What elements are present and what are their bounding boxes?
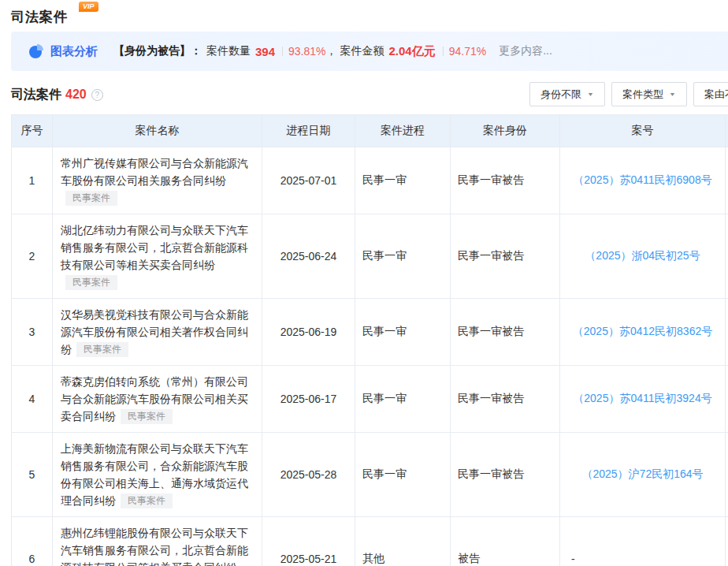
table-row: 4蒂森克虏伯转向系统（常州）有限公司与合众新能源汽车股份有限公司相关买卖合同纠纷… xyxy=(12,366,728,433)
case-identity: 民事一审被告 xyxy=(451,366,560,433)
process-date: 2025-06-24 xyxy=(262,214,355,299)
case-name-cell: 惠州亿纬锂能股份有限公司与众联天下汽车销售服务有限公司，北京哲合新能源科技有限公… xyxy=(53,517,262,566)
case-identity: 被告 xyxy=(451,517,560,566)
column-header: 进程日期 xyxy=(262,115,355,147)
case-count-percent: 93.81% xyxy=(288,45,325,58)
pie-chart-icon xyxy=(28,43,44,59)
divider xyxy=(282,47,283,56)
divider xyxy=(443,47,444,56)
case-type-tag: 民事案件 xyxy=(121,493,173,508)
clipped-cell xyxy=(726,299,728,366)
filter-button-3[interactable]: 案由不限 xyxy=(693,82,728,106)
process-date: 2025-06-17 xyxy=(262,366,355,433)
table-row: 2湖北亿纬动力有限公司与众联天下汽车销售服务有限公司，北京哲合新能源科技有限公司… xyxy=(12,214,728,299)
case-type-tag: 民事案件 xyxy=(65,191,117,206)
table-row: 6惠州亿纬锂能股份有限公司与众联天下汽车销售服务有限公司，北京哲合新能源科技有限… xyxy=(12,517,728,566)
case-number-cell: （2025）浙04民初25号 xyxy=(560,214,726,299)
case-index: 5 xyxy=(12,433,53,517)
case-process: 民事一审 xyxy=(355,147,451,214)
table-row: 5上海美新物流有限公司与众联天下汽车销售服务有限公司，合众新能源汽车股份有限公司… xyxy=(12,433,728,517)
case-count-value: 394 xyxy=(255,45,275,58)
case-process: 民事一审 xyxy=(355,433,451,517)
case-count-label: 案件数量 xyxy=(206,44,251,58)
clipped-cell xyxy=(726,214,728,299)
chart-analysis-banner: 图表分析 【身份为被告】： 案件数量 394 93.81% ， 案件金额 2.0… xyxy=(11,32,728,71)
case-type-tag: 民事案件 xyxy=(65,275,117,290)
clipped-cell xyxy=(726,147,728,214)
case-process: 民事一审 xyxy=(355,366,451,433)
column-header: 案件名称 xyxy=(53,115,262,147)
section-header: 司法案件 420 ? 身份不限▼案件类型▼案由不限 xyxy=(11,82,728,107)
column-header: 案件身份 xyxy=(451,115,560,147)
chart-analysis-link[interactable]: 图表分析 xyxy=(50,44,98,59)
case-type-tag: 民事案件 xyxy=(121,409,173,424)
case-amount-percent: 94.71% xyxy=(449,45,486,58)
case-process: 民事一审 xyxy=(355,214,451,299)
case-name-cell: 上海美新物流有限公司与众联天下汽车销售服务有限公司，合众新能源汽车股份有限公司相… xyxy=(53,433,262,517)
case-number-cell: - xyxy=(560,517,726,566)
identity-as-defendant-label: 【身份为被告】： xyxy=(113,44,202,58)
case-index: 2 xyxy=(12,214,53,299)
case-number-cell: （2025）苏0412民初8362号 xyxy=(560,299,726,366)
column-header: 序号 xyxy=(12,115,53,147)
case-identity: 民事一审被告 xyxy=(451,433,560,517)
case-name-cell: 常州广视传媒有限公司与合众新能源汽车股份有限公司相关服务合同纠纷民事案件 xyxy=(53,147,262,214)
case-number-cell: （2025）苏0411民初3924号 xyxy=(560,366,726,433)
comma: ， xyxy=(326,44,337,58)
help-icon[interactable]: ? xyxy=(91,89,103,101)
case-number-cell: （2025）苏0411民初6908号 xyxy=(560,147,726,214)
case-index: 3 xyxy=(12,299,53,366)
case-name-cell: 湖北亿纬动力有限公司与众联天下汽车销售服务有限公司，北京哲合新能源科技有限公司等… xyxy=(53,214,262,299)
filter-button-label: 案件类型 xyxy=(622,88,663,102)
case-number-link[interactable]: （2025）苏0412民初8362号 xyxy=(573,325,712,337)
column-header-clipped xyxy=(726,115,728,147)
case-process: 其他 xyxy=(355,517,451,566)
case-number-cell: （2025）沪72民初164号 xyxy=(560,433,726,517)
section-title: 司法案件 xyxy=(11,87,61,103)
case-index: 4 xyxy=(12,366,53,433)
clipped-cell xyxy=(726,366,728,433)
process-date: 2025-05-28 xyxy=(262,433,355,517)
case-number: - xyxy=(571,553,575,565)
process-date: 2025-05-21 xyxy=(262,517,355,566)
case-total-count: 420 xyxy=(65,88,87,102)
filter-bar: 身份不限▼案件类型▼案由不限 xyxy=(529,82,728,106)
table-head: 序号案件名称进程日期案件进程案件身份案号 xyxy=(12,115,728,147)
page-title: 司法案件 xyxy=(11,9,68,24)
table-row: 1常州广视传媒有限公司与合众新能源汽车股份有限公司相关服务合同纠纷民事案件202… xyxy=(12,147,728,214)
case-type-tag: 民事案件 xyxy=(76,342,128,357)
case-name-cell: 蒂森克虏伯转向系统（常州）有限公司与合众新能源汽车股份有限公司相关买卖合同纠纷民… xyxy=(53,366,262,433)
case-name: 惠州亿纬锂能股份有限公司与众联天下汽车销售服务有限公司，北京哲合新能源科技有限公… xyxy=(61,527,248,566)
case-number-link[interactable]: （2025）苏0411民初3924号 xyxy=(573,392,711,404)
case-number-link[interactable]: （2025）沪72民初164号 xyxy=(581,467,703,480)
chevron-down-icon: ▼ xyxy=(669,91,676,98)
cases-table: 序号案件名称进程日期案件进程案件身份案号 1常州广视传媒有限公司与合众新能源汽车… xyxy=(11,114,728,566)
case-identity: 民事一审被告 xyxy=(451,147,560,214)
page-header: 司法案件 VIP xyxy=(11,0,728,32)
column-header: 案件进程 xyxy=(355,115,451,147)
filter-button-label: 案由不限 xyxy=(704,88,728,102)
case-index: 1 xyxy=(12,147,53,214)
clipped-cell xyxy=(726,517,728,566)
table-row: 3汉华易美视觉科技有限公司与合众新能源汽车股份有限公司相关著作权合同纠纷民事案件… xyxy=(12,299,728,366)
case-name: 常州广视传媒有限公司与合众新能源汽车股份有限公司相关服务合同纠纷 xyxy=(61,157,248,187)
page-container: 司法案件 VIP 图表分析 【身份为被告】： 案件数量 394 93.81% ，… xyxy=(0,0,728,566)
case-amount-value: 2.04亿元 xyxy=(389,44,436,59)
case-name-cell: 汉华易美视觉科技有限公司与合众新能源汽车股份有限公司相关著作权合同纠纷民事案件 xyxy=(53,299,262,366)
more-content-link[interactable]: 更多内容... xyxy=(499,44,552,58)
filter-button-2[interactable]: 案件类型▼ xyxy=(611,82,687,106)
column-header: 案号 xyxy=(560,115,726,147)
case-index: 6 xyxy=(12,517,53,566)
case-identity: 民事一审被告 xyxy=(451,299,560,366)
process-date: 2025-07-01 xyxy=(262,147,355,214)
case-identity: 民事一审被告 xyxy=(451,214,560,299)
case-amount-label: 案件金额 xyxy=(340,44,384,58)
case-number-link[interactable]: （2025）浙04民初25号 xyxy=(585,249,700,262)
filter-button-label: 身份不限 xyxy=(540,88,581,102)
vip-badge: VIP xyxy=(79,2,98,12)
case-process: 民事一审 xyxy=(355,299,451,366)
case-number-link[interactable]: （2025）苏0411民初6908号 xyxy=(573,173,711,186)
case-name: 湖北亿纬动力有限公司与众联天下汽车销售服务有限公司，北京哲合新能源科技有限公司等… xyxy=(61,224,248,271)
process-date: 2025-06-19 xyxy=(262,299,355,366)
filter-button-1[interactable]: 身份不限▼ xyxy=(529,82,605,106)
